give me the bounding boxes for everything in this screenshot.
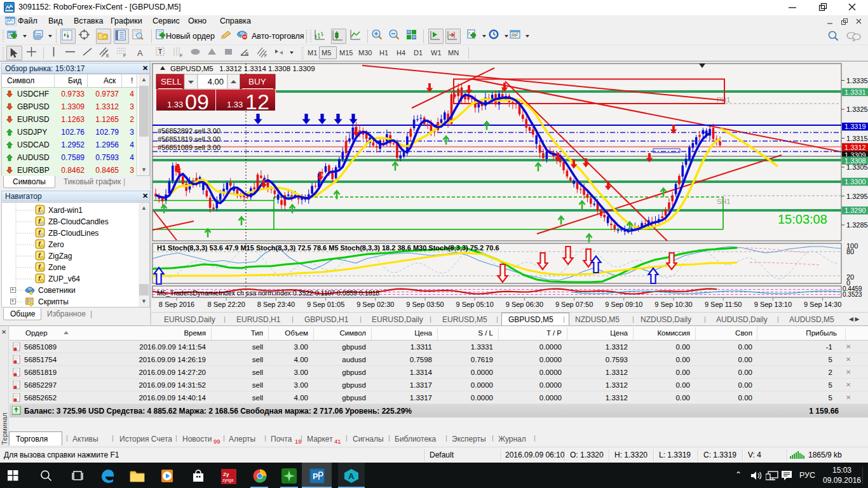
svg-text:SH1: SH1 [717,198,730,205]
svg-text:F: F [264,53,267,58]
svg-text:1.3285: 1.3285 [846,221,868,229]
svg-text:9 Sep 10:30: 9 Sep 10:30 [654,301,692,308]
svg-text:A: A [348,471,355,481]
svg-text:9 Sep 11:50: 9 Sep 11:50 [705,301,742,308]
svg-text:9 Sep 01:05: 9 Sep 01:05 [307,301,344,308]
svg-text:F: F [180,53,182,58]
svg-text:BUY: BUY [248,77,266,86]
svg-text:1.3290: 1.3290 [844,207,866,214]
svg-text:12: 12 [245,90,269,114]
svg-text:SELL: SELL [161,77,182,86]
svg-text:9 Sep 06:30: 9 Sep 06:30 [506,301,543,308]
svg-text:1.3325: 1.3325 [846,105,868,113]
svg-text:GBPUSD,M5 1.3312 1.3314 1.33: GBPUSD,M5 1.3312 1.3314 1.3308 1.3309 [170,65,315,72]
svg-text:9 Sep 03:50: 9 Sep 03:50 [406,301,444,308]
svg-text:1.33: 1.33 [167,100,183,109]
svg-text:#56852892 sell 3.00: #56852892 sell 3.00 [158,127,220,135]
svg-text:09: 09 [185,90,209,114]
svg-text:F: F [123,53,126,58]
svg-text:E: E [106,53,109,58]
svg-text:P: P [313,471,318,481]
svg-text:1.3335: 1.3335 [846,77,868,85]
svg-text:15:03:08: 15:03:08 [778,212,827,226]
svg-text:#56851089 sell 3.00: #56851089 sell 3.00 [158,144,220,151]
svg-text:1.3295: 1.3295 [846,193,868,200]
svg-text:8 Sep 22:20: 8 Sep 22:20 [208,301,245,308]
svg-text:M5_TradersDynamicIndex ch ssa: M5_TradersDynamicIndex ch ssa norm.index… [157,289,379,297]
svg-text:H1 Stoch(8,3,3) 53.6 47.9 M15: H1 Stoch(8,3,3) 53.6 47.9 M15 Stoch(8,3,… [157,244,499,252]
svg-text:9 Sep 02:30: 9 Sep 02:30 [356,301,394,308]
svg-text:0.3523: 0.3523 [843,291,862,298]
svg-text:8 Sep 23:40: 8 Sep 23:40 [257,301,295,308]
svg-text:9 Sep 09:10: 9 Sep 09:10 [605,301,642,308]
svg-text:9 Sep 13:10: 9 Sep 13:10 [754,301,792,308]
svg-text:1.3300: 1.3300 [844,178,866,186]
svg-text:1.3312: 1.3312 [844,144,866,151]
svg-text:1.33: 1.33 [227,100,243,109]
svg-text:1.3331: 1.3331 [844,88,866,96]
svg-text:80: 80 [846,248,854,255]
svg-text:9 Sep 07:50: 9 Sep 07:50 [555,301,593,308]
svg-text:1.3319: 1.3319 [844,123,866,130]
svg-text:1.3308: 1.3308 [844,157,866,165]
svg-text:9 Sep 14:30: 9 Sep 14:30 [804,301,841,308]
svg-text:4.00: 4.00 [208,77,224,86]
svg-text:1.3315: 1.3315 [846,135,868,142]
svg-text:8 Sep 2016: 8 Sep 2016 [159,301,194,308]
svg-text:T: T [158,48,162,55]
svg-text:9 Sep 05:10: 9 Sep 05:10 [456,301,494,308]
svg-text:#56851819 sell 3.00: #56851819 sell 3.00 [158,135,220,143]
